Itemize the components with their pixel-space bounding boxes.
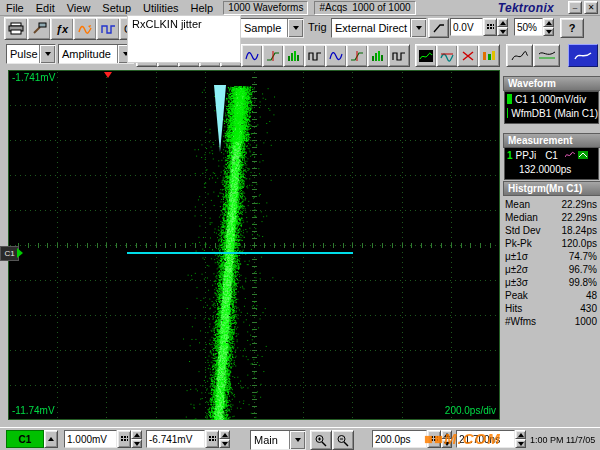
meas-duty-button[interactable]: [304, 44, 326, 67]
meas-rms-button[interactable]: [388, 44, 410, 67]
plot-canvas[interactable]: [8, 70, 500, 420]
channel-select-value[interactable]: C1: [6, 430, 44, 448]
measurement-readout-box[interactable]: 1 PPJi C1 132.0000ps: [504, 147, 599, 180]
meas-fall-time-button[interactable]: [262, 44, 284, 67]
close-button[interactable]: ✕: [584, 1, 598, 14]
keypad-icon[interactable]: [427, 430, 441, 448]
squarewave-icon: [392, 50, 406, 62]
meas-peak-button[interactable]: [283, 44, 305, 67]
fx-icon: ƒx: [56, 23, 68, 35]
chevron-down-icon[interactable]: [287, 19, 303, 37]
vertical-offset-spinner[interactable]: -6.741mV: [146, 430, 230, 448]
green-channel-swatch: [507, 94, 512, 104]
reference-levels-button[interactable]: [436, 44, 458, 67]
meas-mean-button[interactable]: [367, 44, 389, 67]
print-button[interactable]: [4, 17, 28, 40]
histogram-section-header: Histgrm(Mn C1): [503, 181, 600, 196]
statistics-button[interactable]: [478, 44, 500, 67]
horizontal-position-value[interactable]: 21.700ns: [456, 430, 515, 448]
channel-position-arrow-icon[interactable]: [17, 248, 23, 258]
chevron-down-icon[interactable]: [39, 45, 55, 63]
trigger-level-spinner[interactable]: 0.0V: [450, 18, 508, 36]
context-help-button[interactable]: ?: [560, 18, 584, 38]
zoom-out-button[interactable]: [332, 430, 354, 450]
measure-type-combo[interactable]: Amplitude: [58, 44, 134, 64]
horizontal-mode-combo[interactable]: Main: [250, 430, 306, 450]
waveform-database-button[interactable]: [415, 44, 437, 67]
setup-tools-button[interactable]: [27, 17, 51, 40]
mini-wave-icon: [565, 151, 575, 159]
minimize-button[interactable]: –: [568, 1, 582, 14]
zoom-in-button[interactable]: [310, 430, 332, 450]
top-scale-label: -1.741mV: [12, 72, 55, 83]
vertical-setup-button[interactable]: [96, 17, 120, 40]
trigger-position-value[interactable]: 50%: [514, 18, 543, 36]
channel-select-control[interactable]: C1: [6, 430, 58, 448]
vertical-scale-value[interactable]: 1.000mV: [64, 430, 117, 448]
spin-up-icon[interactable]: [543, 18, 554, 27]
colored-bars-icon: [482, 50, 496, 62]
waveform-annotation-box[interactable]: RxCLKIN jitter: [128, 16, 240, 62]
vertical-offset-value[interactable]: -6.741mV: [146, 430, 205, 448]
spin-up-icon[interactable]: [219, 430, 230, 439]
stat-value: 74.7%: [569, 251, 597, 262]
keypad-icon[interactable]: [483, 18, 497, 36]
menu-file[interactable]: File: [0, 2, 30, 14]
vertical-scale-spinner[interactable]: 1.000mV: [64, 430, 142, 448]
spin-up-icon[interactable]: [131, 430, 142, 439]
reference-wave-button[interactable]: [73, 17, 97, 40]
clear-measurements-button[interactable]: [457, 44, 479, 67]
math-fx-button[interactable]: ƒx: [50, 17, 74, 40]
measurement-source: C1: [545, 150, 558, 161]
trigger-slope-button[interactable]: [428, 18, 449, 38]
waveform-display[interactable]: -1.741mV -11.74mV 200.0ps/div: [8, 70, 500, 420]
horizontal-scale-spinner[interactable]: 200.0ps: [372, 430, 452, 448]
meas-overshoot-button[interactable]: [346, 44, 368, 67]
stat-row-pkpk: Pk-Pk120.0ps: [505, 237, 597, 250]
menu-view[interactable]: View: [61, 2, 97, 14]
trig-label: Trig: [308, 21, 327, 33]
display-vectors-button[interactable]: [533, 44, 560, 67]
measurement-toolbar: Pulse Amplitude: [0, 41, 600, 68]
waveform-row-c1[interactable]: C1 1.000mV/div: [505, 92, 598, 106]
horizontal-scale-value[interactable]: 200.0ps: [372, 430, 427, 448]
display-infinite-persistence-button[interactable]: [568, 44, 598, 67]
trigger-source-combo[interactable]: External Direct: [331, 18, 427, 38]
keypad-icon[interactable]: [205, 430, 219, 448]
menu-utilities[interactable]: Utilities: [137, 2, 184, 14]
channel-up-icon[interactable]: [44, 430, 58, 448]
magnifier-plus-icon: [314, 434, 328, 447]
chevron-down-icon[interactable]: [289, 431, 305, 449]
spin-up-icon[interactable]: [441, 430, 452, 439]
horizontal-position-spinner[interactable]: 21.700ns: [456, 430, 526, 448]
spin-up-icon[interactable]: [497, 18, 508, 27]
stat-label: μ±3σ: [505, 277, 569, 288]
stat-row-stddev: Std Dev18.24ps: [505, 224, 597, 237]
trigger-level-value[interactable]: 0.0V: [450, 18, 483, 36]
trigger-position-spinner[interactable]: 50%: [514, 18, 554, 36]
stat-value: 48: [586, 290, 597, 301]
stat-value: 99.8%: [569, 277, 597, 288]
keypad-icon[interactable]: [117, 430, 131, 448]
histogram-header-label: Histgrm(Mn C1): [508, 183, 582, 194]
spin-down-icon[interactable]: [131, 439, 142, 448]
spin-down-icon[interactable]: [441, 439, 452, 448]
stat-value: 1000: [575, 316, 597, 327]
measure-category-combo[interactable]: Pulse: [6, 44, 56, 64]
chevron-down-icon[interactable]: [410, 19, 426, 37]
meas-amplitude-button[interactable]: [241, 44, 263, 67]
measurement-index: 1: [507, 150, 513, 161]
menu-setup[interactable]: Setup: [96, 2, 137, 14]
waveform-row-wfmdb1[interactable]: WfmDB1 (Main C1): [505, 106, 598, 120]
acquisition-mode-combo[interactable]: Sample: [240, 18, 304, 38]
meas-delay-button[interactable]: [325, 44, 347, 67]
spin-down-icon[interactable]: [219, 439, 230, 448]
stat-label: Pk-Pk: [505, 238, 561, 249]
display-dots-button[interactable]: [506, 44, 533, 67]
menu-edit[interactable]: Edit: [30, 2, 61, 14]
spin-down-icon[interactable]: [543, 27, 554, 36]
menu-help[interactable]: Help: [185, 2, 220, 14]
spin-down-icon[interactable]: [515, 439, 526, 448]
spin-down-icon[interactable]: [497, 27, 508, 36]
spin-up-icon[interactable]: [515, 430, 526, 439]
